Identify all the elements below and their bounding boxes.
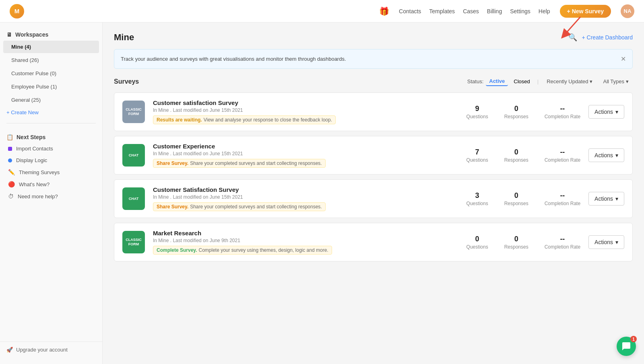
workspaces-icon: 🖥 (6, 31, 12, 38)
survey-badge-2: CHAT (122, 144, 145, 167)
user-avatar[interactable]: NA (621, 4, 634, 18)
alert-label-2: Share Survey. (157, 160, 188, 166)
page-title: Mine (114, 32, 568, 43)
sidebar-divider (6, 123, 96, 123)
actions-button-2[interactable]: Actions ▾ (588, 148, 624, 162)
new-survey-button[interactable]: + New Survey (560, 5, 611, 18)
next-step-display-logic[interactable]: Display Logic (0, 154, 102, 166)
nav-templates[interactable]: Templates (429, 8, 455, 14)
stat-completion-2: -- Completion Rate (545, 148, 580, 163)
next-step-whats-new[interactable]: 🔴 What's New? (0, 178, 102, 190)
survey-info-2: Customer Experience In Mine . Last modif… (153, 143, 458, 168)
status-active-button[interactable]: Active (486, 77, 508, 86)
main-header: Mine 🔍 + Create Dashboard (114, 32, 633, 43)
sidebar-item-shared[interactable]: Shared (26) (3, 54, 99, 66)
import-contacts-icon (8, 147, 12, 151)
survey-meta-3: In Mine . Last modified on June 15th 202… (153, 194, 458, 200)
create-new-button[interactable]: + Create New (0, 107, 102, 118)
stat-questions-1: 9 Questions (466, 105, 488, 119)
surveys-title: Surveys (114, 78, 467, 85)
status-closed-button[interactable]: Closed (510, 77, 533, 86)
status-label: Status: (467, 78, 483, 84)
survey-name-4[interactable]: Market Research (153, 230, 458, 236)
logo-text: M (14, 8, 20, 14)
nav-contacts[interactable]: Contacts (399, 8, 421, 14)
stat-completion-3: -- Completion Rate (545, 191, 580, 206)
alert-label-4: Complete Survey. (157, 247, 197, 253)
all-types-filter[interactable]: All Types ▾ (599, 77, 633, 86)
display-logic-icon (8, 158, 12, 162)
chevron-down-icon-2: ▾ (626, 78, 629, 84)
survey-alert-3: Share Survey. Share your completed surve… (153, 202, 326, 211)
stat-questions-4: 0 Questions (466, 235, 488, 250)
recently-updated-filter[interactable]: Recently Updated ▾ (543, 77, 597, 86)
survey-stats-3: 3 Questions 0 Responses -- Completion Ra… (466, 191, 580, 206)
nav-help[interactable]: Help (539, 8, 550, 14)
actions-button-1[interactable]: Actions ▾ (588, 105, 624, 119)
survey-alert-2: Share Survey. Share your completed surve… (153, 159, 326, 168)
banner-close-button[interactable]: ✕ (621, 55, 626, 63)
status-filters: Status: Active Closed | Recently Updated… (467, 77, 633, 86)
survey-card-4: CLASSIC FORM Market Research In Mine . L… (114, 223, 633, 261)
chevron-down-icon: ▾ (590, 78, 592, 84)
chevron-down-icon-3: ▾ (615, 109, 618, 115)
search-button[interactable]: 🔍 (568, 33, 577, 42)
stat-responses-4: 0 Responses (504, 235, 528, 250)
nav-links: Contacts Templates Cases Billing Setting… (399, 8, 550, 14)
next-step-theming[interactable]: ✏️ Theming Surveys (0, 166, 102, 178)
alert-text-1: View and analyse your response to close … (204, 117, 332, 123)
stat-responses-1: 0 Responses (504, 105, 528, 119)
survey-info-1: Customer satisfaction Survey In Mine . L… (153, 99, 458, 124)
actions-button-4[interactable]: Actions ▾ (588, 235, 624, 249)
survey-meta-2: In Mine . Last modified on June 15th 202… (153, 151, 458, 156)
survey-name-2[interactable]: Customer Experience (153, 143, 458, 150)
survey-alert-4: Complete Survey. Complete your survey us… (153, 246, 332, 255)
gift-icon[interactable]: 🎁 (379, 6, 389, 16)
create-dashboard-button[interactable]: + Create Dashboard (582, 34, 633, 41)
alert-text-4: Complete your survey using themes, desig… (198, 247, 328, 253)
chevron-down-icon-5: ▾ (615, 195, 618, 202)
chat-widget[interactable]: 1 (617, 337, 636, 356)
stat-completion-4: -- Completion Rate (545, 235, 580, 250)
chevron-down-icon-6: ▾ (615, 239, 618, 245)
next-step-help[interactable]: ⏱ Need more help? (0, 190, 102, 202)
survey-badge-1: CLASSIC FORM (122, 101, 145, 123)
survey-meta-4: In Mine . Last modified on June 9th 2021 (153, 238, 458, 243)
survey-card-3: CHAT Customer Satisfaction Survey In Min… (114, 179, 633, 218)
chat-icon (621, 341, 631, 351)
survey-stats-4: 0 Questions 0 Responses -- Completion Ra… (466, 235, 580, 250)
survey-name-3[interactable]: Customer Satisfaction Survey (153, 186, 458, 193)
sidebar-item-customer-pulse[interactable]: Customer Pulse (0) (3, 67, 99, 80)
alert-text-3: Share your completed surveys and start c… (190, 204, 322, 210)
upgrade-account-button[interactable]: 🚀 Upgrade your account (0, 341, 102, 358)
survey-badge-3: CHAT (122, 187, 145, 210)
survey-alert-1: Results are waiting. View and analyse yo… (153, 115, 336, 124)
main-content: Mine 🔍 + Create Dashboard Track your aud… (103, 23, 644, 364)
survey-info-4: Market Research In Mine . Last modified … (153, 230, 458, 255)
help-icon: ⏱ (8, 193, 14, 199)
nav-settings[interactable]: Settings (510, 8, 530, 14)
main-header-actions: 🔍 + Create Dashboard (568, 33, 633, 42)
next-step-import-contacts[interactable]: Import Contacts (0, 143, 102, 154)
sidebar-item-employee-pulse[interactable]: Employee Pulse (1) (3, 80, 99, 93)
surveys-header: Surveys Status: Active Closed | Recently… (114, 77, 633, 86)
stat-completion-1: -- Completion Rate (545, 105, 580, 119)
sidebar-item-mine[interactable]: Mine (4) (3, 41, 99, 53)
alert-label-3: Share Survey. (157, 204, 188, 210)
stat-questions-2: 7 Questions (466, 148, 488, 163)
nav-cases[interactable]: Cases (463, 8, 479, 14)
next-steps-icon: 📋 (6, 134, 13, 140)
app-logo[interactable]: M (10, 4, 24, 19)
survey-name-1[interactable]: Customer satisfaction Survey (153, 99, 458, 106)
nav-billing[interactable]: Billing (487, 8, 502, 14)
actions-button-3[interactable]: Actions ▾ (588, 192, 624, 206)
chat-badge: 1 (630, 336, 637, 342)
alert-text-2: Share your completed surveys and start c… (190, 160, 322, 166)
sidebar-item-general[interactable]: General (25) (3, 94, 99, 106)
banner-text: Track your audience and surveys with gre… (121, 56, 346, 62)
next-steps-section-title: 📋 Next Steps (0, 132, 102, 143)
stat-responses-2: 0 Responses (504, 148, 528, 163)
whats-new-icon: 🔴 (8, 181, 15, 187)
survey-stats-1: 9 Questions 0 Responses -- Completion Ra… (466, 105, 580, 119)
chevron-down-icon-4: ▾ (615, 152, 618, 158)
